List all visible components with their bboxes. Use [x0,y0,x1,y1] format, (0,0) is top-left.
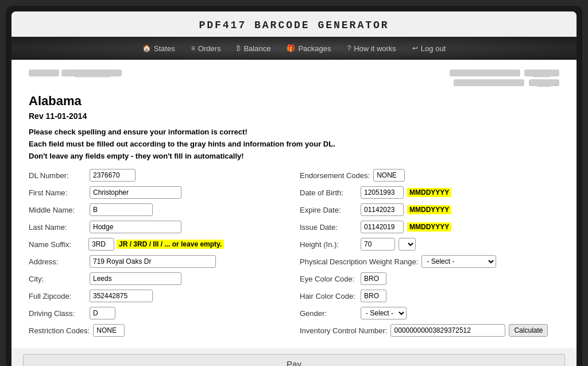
issue-date-label: Issue Date: [300,223,357,232]
instruction-3: Don't leave any fields empty - they won'… [29,152,244,160]
packages-icon: 🎁 [287,44,295,52]
form-left: DL Number: First Name: Middle Name: Last… [29,169,288,337]
expire-date-input[interactable] [361,203,404,216]
nav-label-logout: Log out [421,44,446,53]
address-row: Address: [29,255,288,268]
form-right: Endorsement Codes: Date of Birth: MMDDYY… [300,169,559,337]
issue-date-row: Issue Date: MMDDYYYY [300,221,559,233]
city-row: City: [29,272,288,285]
first-name-row: First Name: [29,186,288,199]
driving-class-input[interactable] [90,307,115,319]
logout-icon: ↩ [412,44,418,52]
issue-format-hint: MMDDYYYY [407,222,451,232]
nav-item-packages[interactable]: 🎁 Packages [278,40,339,57]
restriction-codes-input[interactable] [93,324,125,337]
endorsement-codes-input[interactable] [373,169,405,182]
weight-range-select[interactable]: - Select - [421,255,496,268]
dl-number-label: DL Number: [29,171,86,180]
endorsement-codes-row: Endorsement Codes: [300,169,559,182]
username-redacted: ████████ [61,70,122,76]
nav-label-states: States [154,44,175,53]
zipcode-label: Full Zipcode: [29,292,86,300]
nav-item-logout[interactable]: ↩ Log out [404,40,454,57]
weight-range-label: Physical Description Weight Range: [300,257,418,266]
height-label: Height (In.): [300,240,357,249]
gender-label: Gender: [300,309,357,318]
package-balance-label: Package Balance: [454,79,525,86]
eye-color-input[interactable] [361,272,386,285]
balance-info: Account Balance: ████ Package Balance: █… [450,68,559,88]
package-balance-value-redacted: ███ [529,79,559,86]
address-input[interactable] [90,255,216,268]
nav-label-packages: Packages [298,44,331,53]
calculate-button[interactable]: Calculate [509,324,548,337]
instruction-1: Please check spelling and ensure your in… [29,128,247,136]
height-unit-select[interactable]: ▼ [399,238,416,251]
nav-item-orders[interactable]: ≡ Orders [183,40,229,57]
orders-icon: ≡ [191,44,195,52]
icn-label: Inventory Control Number: [300,326,387,335]
hair-color-row: Hair Color Code: [300,290,559,302]
nav-label-balance: Balance [243,44,270,53]
rev-date: Rev 11-01-2014 [29,111,559,121]
page-title: PDF417 BARCODE GENERATOR [11,11,577,37]
restriction-codes-label: Restriction Codes: [29,326,90,335]
middle-name-label: Middle Name: [29,206,86,214]
dl-number-input[interactable] [90,169,136,182]
balance-icon: ₿ [237,44,241,52]
driving-class-row: Driving Class: [29,307,288,319]
date-of-birth-label: Date of Birth: [300,188,357,197]
middle-name-row: Middle Name: [29,203,288,216]
city-label: City: [29,275,86,283]
expire-date-row: Expire Date: MMDDYYYY [300,203,559,216]
account-info-row: Hi, ████████ Account Balance: ████ Packa… [29,68,559,88]
height-input[interactable] [361,238,395,251]
weight-range-row: Physical Description Weight Range: - Sel… [300,255,559,268]
address-label: Address: [29,257,86,266]
city-input[interactable] [90,272,181,285]
name-suffix-input[interactable] [88,238,114,251]
issue-date-input[interactable] [361,221,404,233]
icn-input[interactable] [390,324,505,337]
hair-color-label: Hair Color Code: [300,292,357,300]
nav-item-how-it-works[interactable]: ? How it works [339,40,404,57]
restriction-codes-row: Restriction Codes: [29,324,288,337]
gender-row: Gender: - Select - [300,307,559,319]
date-of-birth-row: Date of Birth: MMDDYYYY [300,186,559,199]
greeting: Hi, ████████ [29,68,122,77]
account-balance-value-redacted: ████ [524,70,559,76]
last-name-label: Last Name: [29,223,86,232]
name-suffix-row: Name Suffix: JR / 3RD / III / ... or lea… [29,238,288,251]
zipcode-input[interactable] [90,290,153,302]
nav-label-orders: Orders [198,44,221,53]
home-icon: 🏠 [142,44,151,52]
eye-color-label: Eye Color Code: [300,275,357,283]
pay-button[interactable]: Pay [23,354,565,366]
name-suffix-label: Name Suffix: [29,240,86,249]
nav-item-balance[interactable]: ₿ Balance [229,40,278,57]
expire-format-hint: MMDDYYYY [407,205,451,214]
eye-color-row: Eye Color Code: [300,272,559,285]
hair-color-input[interactable] [361,290,386,302]
first-name-label: First Name: [29,188,86,197]
date-of-birth-input[interactable] [361,186,404,199]
last-name-row: Last Name: [29,221,288,233]
dob-format-hint: MMDDYYYY [407,188,451,197]
question-icon: ? [347,44,351,52]
first-name-input[interactable] [90,186,181,199]
expire-date-label: Expire Date: [300,206,357,214]
instruction-2: Each field must be filled out according … [29,140,335,148]
icn-row: Inventory Control Number: Calculate [300,324,559,337]
name-suffix-hint: JR / 3RD / III / ... or leave empty. [117,240,224,249]
navbar: 🏠 States ≡ Orders ₿ Balance 🎁 Packages ? [11,37,577,60]
hi-prefix: Hi, [29,70,59,76]
last-name-input[interactable] [90,221,181,233]
nav-item-states[interactable]: 🏠 States [134,40,183,57]
gender-select[interactable]: - Select - [361,307,407,319]
driving-class-label: Driving Class: [29,309,86,318]
dl-number-row: DL Number: [29,169,288,182]
height-row: Height (In.): ▼ [300,238,559,251]
zipcode-row: Full Zipcode: [29,290,288,302]
account-balance-label: Account Balance: [450,70,520,76]
middle-name-input[interactable] [90,203,153,216]
